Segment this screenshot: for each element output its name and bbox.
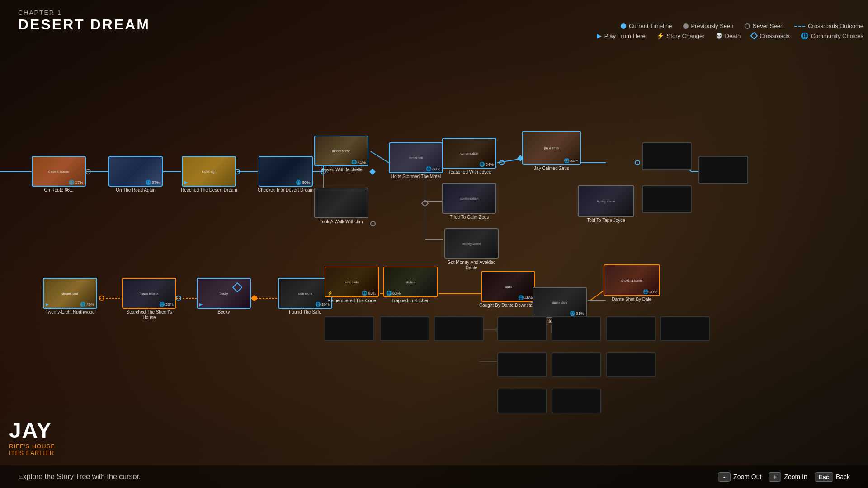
skull-icon: 💀 (716, 33, 722, 39)
node-empty-4[interactable] (497, 316, 547, 341)
node-empty-6[interactable] (606, 316, 656, 341)
svg-point-32 (500, 160, 504, 165)
bolt-icon: ⚡ (656, 32, 664, 39)
node-empty-9[interactable] (552, 352, 601, 377)
node-caught-dante[interactable]: stairs 🌐 48% Caught By Dante Downstairs (479, 271, 537, 308)
legend: Current Timeline Previously Seen Never S… (271, 23, 868, 42)
back-control[interactable]: Esc Back (815, 472, 850, 482)
node-empty-10[interactable] (606, 352, 656, 377)
character-label: JAY RIFF'S HOUSE ITES EARLIER (9, 418, 55, 456)
node-walk-jim[interactable]: Took A Walk With Jim (314, 188, 368, 225)
node-on-road-again[interactable]: 🌐 37% On The Road Again (108, 156, 163, 193)
zoom-out-control[interactable]: - Zoom Out (718, 472, 761, 482)
bottom-bar: Explore the Story Tree with the cursor. … (0, 465, 868, 488)
legend-play-from-here: ▶ Play From Here (597, 32, 646, 39)
node-becky[interactable]: becky ▶ Becky (197, 278, 251, 315)
svg-point-33 (99, 296, 104, 300)
legend-previously-seen: Previously Seen (683, 23, 734, 29)
node-empty-1[interactable] (325, 316, 374, 341)
svg-marker-40 (251, 295, 257, 301)
controls: - Zoom Out + Zoom In Esc Back (718, 472, 850, 482)
node-tried-zeus[interactable]: confrontation Tried To Calm Zeus (442, 183, 496, 220)
hint-text: Explore the Story Tree with the cursor. (18, 473, 141, 481)
svg-point-64 (635, 160, 640, 165)
legend-community-choices: 🌐 Community Choices (801, 32, 863, 39)
node-reached-desert[interactable]: motel sign ▶ Reached The Desert Dream (181, 156, 237, 193)
svg-point-27 (86, 169, 90, 174)
node-empty-12[interactable] (552, 389, 601, 413)
play-icon: ▶ (597, 32, 602, 39)
node-on-route-66[interactable]: desert scene 🌐 17% On Route 66... (32, 156, 86, 193)
node-got-money[interactable]: money scene Got Money And Avoided Dante (442, 228, 501, 271)
legend-story-changer: ⚡ Story Changer (656, 32, 705, 39)
node-checked-in[interactable]: 🌐 90% Checked Into Desert Dream (258, 156, 314, 193)
chapter-title: DESERT DREAM (18, 16, 150, 33)
chapter-label: CHAPTER 1 (18, 9, 150, 16)
node-jay-calmed-zeus[interactable]: jay & zeus 🌐 34% Jay Calmed Zeus (522, 131, 581, 171)
header: CHAPTER 1 DESERT DREAM (18, 9, 150, 33)
node-far-right-1[interactable] (642, 142, 692, 170)
crossroads-outcome-icon (794, 26, 805, 27)
node-empty-3[interactable] (434, 316, 484, 341)
node-told-tape-joyce[interactable]: taping scene Told To Tape Joyce (578, 185, 634, 223)
node-stayed-michelle[interactable]: indoor scene 🌐 41% Stayed With Michelle (314, 136, 368, 173)
node-empty-8[interactable] (497, 352, 547, 377)
node-empty-5[interactable] (552, 316, 601, 341)
legend-never-seen: Never Seen (745, 23, 784, 29)
node-holts-motel[interactable]: motel hall 🌐 38% Holts Stormed The Motel (389, 142, 443, 179)
legend-current-timeline: Current Timeline (621, 23, 672, 29)
svg-line-11 (497, 158, 524, 163)
svg-line-8 (371, 151, 389, 163)
node-empty-7[interactable] (660, 316, 710, 341)
globe-icon: 🌐 (801, 32, 808, 39)
svg-point-31 (371, 221, 375, 226)
legend-death: 💀 Death (716, 33, 741, 39)
node-far-right-3[interactable] (642, 185, 692, 213)
diamond-icon (750, 32, 758, 40)
current-timeline-icon (621, 23, 626, 29)
zoom-in-control[interactable]: + Zoom In (769, 472, 807, 482)
node-remembered-code[interactable]: safe code ⚡ 🌐 63% Remembered The Code (325, 267, 379, 304)
previously-seen-icon (683, 23, 689, 29)
node-trapped-kitchen[interactable]: kitchen 🌐 63% Trapped In Kitchen (383, 267, 438, 304)
tree-connections (0, 72, 868, 456)
node-reasoned-joyce[interactable]: conversation 🌐 34% Reasoned With Joyce (442, 138, 496, 175)
node-empty-2[interactable] (380, 316, 429, 341)
legend-row-1: Current Timeline Previously Seen Never S… (621, 23, 863, 29)
node-empty-11[interactable] (497, 389, 547, 413)
svg-marker-41 (422, 200, 428, 206)
story-tree: desert scene 🌐 17% On Route 66... 🌐 (0, 72, 868, 461)
legend-crossroads: Crossroads (751, 33, 789, 39)
never-seen-icon (745, 23, 750, 29)
node-far-right-2[interactable] (698, 156, 748, 184)
legend-crossroads-outcome: Crossroads Outcome (794, 23, 863, 29)
svg-marker-37 (369, 169, 376, 175)
node-dante-shot[interactable]: shooting scene 🌐 20% Dante Shot By Dale (604, 264, 660, 302)
legend-row-2: ▶ Play From Here ⚡ Story Changer 💀 Death… (597, 32, 863, 39)
node-sheriffs-house[interactable]: house interior 🌐 29% Searched The Sherif… (120, 278, 179, 320)
node-found-safe[interactable]: safe room 🌐 30% Found The Safe (278, 278, 332, 315)
svg-point-35 (252, 296, 257, 300)
node-twenty-eight[interactable]: desert road ▶ 🌐 40% Twenty-Eight Northwo… (43, 278, 97, 315)
